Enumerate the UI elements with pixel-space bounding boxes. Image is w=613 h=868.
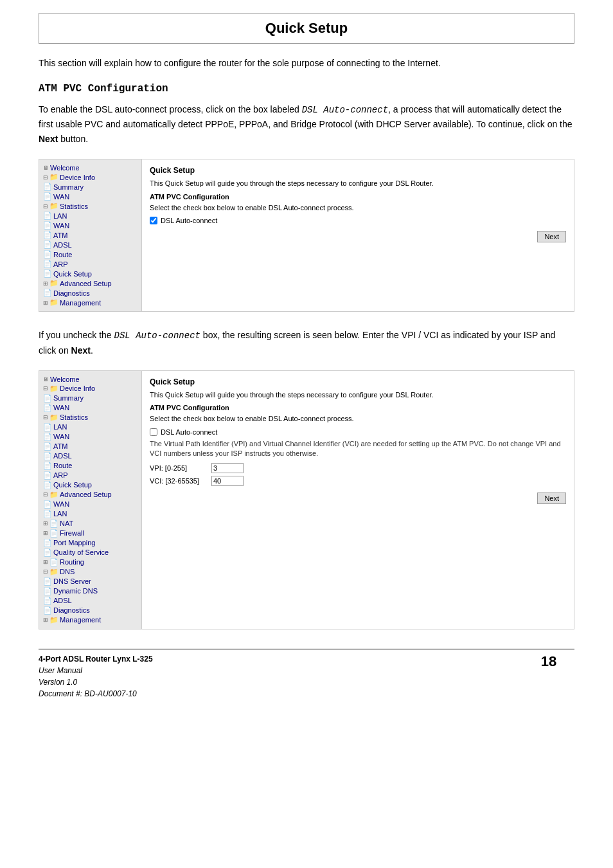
sidebar-item-wan[interactable]: 📄 WAN (43, 192, 138, 201)
sidebar2-item-summary[interactable]: 📄 Summary (43, 393, 138, 403)
sidebar-label: WAN (53, 500, 69, 508)
doc-icon: 📄 (43, 269, 52, 278)
sidebar-label: Quality of Service (53, 548, 109, 556)
sidebar2-item-wan2[interactable]: 📄 WAN (43, 432, 138, 442)
sidebar-tree-1: 🖥 Welcome ⊟ 📁 Device Info 📄 Summary (43, 163, 138, 307)
dsl-autoconnect-checkbox-row-2[interactable]: DSL Auto-connect (150, 428, 566, 436)
body-paragraph-1: To enable the DSL auto-connect process, … (39, 102, 574, 146)
sidebar-label: Management (60, 616, 101, 624)
ui-content-1: Quick Setup This Quick Setup will guide … (142, 159, 574, 311)
sidebar2-item-dns-server[interactable]: 📄 DNS Server (43, 577, 138, 586)
sidebar2-item-lan2[interactable]: 📄 LAN (43, 509, 138, 519)
sidebar2-item-dynamic-dns[interactable]: 📄 Dynamic DNS (43, 586, 138, 596)
doc-icon: 📄 (43, 433, 52, 441)
sidebar-item-lan[interactable]: 📄 LAN (43, 211, 138, 221)
sidebar-label: Routing (60, 558, 84, 566)
plus-icon: ⊞ (43, 280, 48, 287)
folder-icon: 📁 (49, 173, 58, 181)
sidebar-item-welcome[interactable]: 🖥 Welcome (43, 163, 138, 172)
dsl-autoconnect-checkbox[interactable] (150, 217, 157, 224)
sidebar-label: ARP (53, 471, 68, 479)
second-para-3: . (91, 345, 93, 356)
sidebar-item-summary[interactable]: 📄 Summary (43, 182, 138, 192)
sidebar-item-adsl[interactable]: 📄 ADSL (43, 240, 138, 249)
doc-icon: 📄 (43, 500, 52, 509)
sidebar-item-arp[interactable]: 📄 ARP (43, 259, 138, 269)
sidebar2-item-adsl[interactable]: 📄 ADSL (43, 451, 138, 461)
sidebar2-item-portmapping[interactable]: 📄 Port Mapping (43, 538, 138, 548)
dsl-autoconnect-label: DSL Auto-connect (161, 217, 217, 224)
folder-icon: 📁 (49, 298, 58, 307)
vpi-input[interactable] (211, 463, 244, 473)
sidebar-item-route[interactable]: 📄 Route (43, 249, 138, 259)
vpi-vci-note: The Virtual Path Identifier (VPI) and Vi… (150, 439, 566, 459)
dsl-autoconnect-label-2: DSL Auto-connect (161, 428, 217, 436)
sidebar2-item-management[interactable]: ⊞ 📁 Management (43, 615, 138, 625)
sidebar2-item-routing[interactable]: ⊞ 📄 Routing (43, 557, 138, 567)
sidebar-label: WAN (53, 222, 69, 230)
next-term-2: Next (71, 345, 91, 356)
doc-icon: 📄 (43, 289, 52, 297)
sidebar-item-advancedsetup[interactable]: ⊞ 📁 Advanced Setup (43, 278, 138, 288)
ui1-content-desc: This Quick Setup will guide you through … (150, 179, 566, 188)
sidebar-label: Welcome (50, 375, 80, 383)
sidebar-item-quicksetup[interactable]: 📄 Quick Setup (43, 269, 138, 278)
sidebar2-item-wan3[interactable]: 📄 WAN (43, 500, 138, 509)
sidebar-label: Quick Setup (53, 270, 92, 278)
sidebar-label: NAT (60, 520, 73, 527)
sidebar-item-diagnostics[interactable]: 📄 Diagnostics (43, 288, 138, 298)
vci-input-row: VCI: [32-65535] (150, 476, 566, 486)
dsl-autoconnect-checkbox-2[interactable] (150, 428, 157, 436)
ui1-content-title: Quick Setup (150, 166, 566, 175)
sidebar2-item-atm[interactable]: 📄 ATM (43, 442, 138, 451)
sidebar-label: Diagnostics (53, 289, 90, 297)
sidebar-item-management[interactable]: ⊞ 📁 Management (43, 298, 138, 307)
sidebar-label: ADSL (53, 241, 72, 249)
sidebar-1: 🖥 Welcome ⊟ 📁 Device Info 📄 Summary (39, 159, 142, 311)
doc-icon: 📄 (43, 452, 52, 460)
doc-icon: 📄 (43, 183, 52, 191)
next-button-row-2: Next (150, 493, 566, 504)
sidebar-label: Management (60, 299, 101, 307)
sidebar2-item-welcome[interactable]: 🖥 Welcome (43, 375, 138, 384)
sidebar2-item-lan[interactable]: 📄 LAN (43, 422, 138, 432)
plus-icon: ⊞ (43, 530, 48, 536)
page-title: Quick Setup (52, 20, 561, 37)
sidebar2-item-statistics[interactable]: ⊟ 📁 Statistics (43, 413, 138, 422)
sidebar-label: Quick Setup (53, 481, 92, 489)
doc-icon: 📄 (43, 192, 52, 201)
folder-icon: 📁 (49, 279, 58, 287)
footer-document: Document #: BD-AU0007-10 (39, 688, 153, 700)
sidebar2-item-dns[interactable]: ⊟ 📁 DNS (43, 567, 138, 577)
sidebar-2: 🖥 Welcome ⊟ 📁 Device Info 📄 Summary (39, 371, 142, 629)
sidebar2-item-device-info[interactable]: ⊟ 📁 Device Info (43, 384, 138, 393)
sidebar2-item-quicksetup[interactable]: 📄 Quick Setup (43, 480, 138, 490)
sidebar2-item-diagnostics[interactable]: 📄 Diagnostics (43, 606, 138, 615)
body-paragraph-2: If you uncheck the DSL Auto-connect box,… (39, 328, 574, 357)
next-button-2[interactable]: Next (537, 493, 566, 504)
sidebar-label: LAN (53, 510, 67, 518)
sidebar-label: WAN (53, 433, 69, 440)
doc-icon: 📄 (43, 260, 52, 268)
dsl-autoconnect-checkbox-row[interactable]: DSL Auto-connect (150, 217, 566, 224)
vci-label: VCI: [32-65535] (150, 477, 208, 485)
sidebar2-item-qos[interactable]: 📄 Quality of Service (43, 548, 138, 557)
sidebar2-item-advancedsetup[interactable]: ⊟ 📁 Advanced Setup (43, 490, 138, 500)
minus-icon: ⊟ (43, 568, 48, 575)
sidebar2-item-wan[interactable]: 📄 WAN (43, 403, 138, 413)
sidebar2-item-nat[interactable]: ⊞ 📄 NAT (43, 519, 138, 529)
next-button-1[interactable]: Next (537, 231, 566, 242)
sidebar2-item-route[interactable]: 📄 Route (43, 461, 138, 471)
sidebar2-item-arp[interactable]: 📄 ARP (43, 471, 138, 480)
vci-input[interactable] (211, 476, 244, 486)
sidebar-label: ADSL (53, 452, 72, 460)
sidebar-item-statistics[interactable]: ⊟ 📁 Statistics (43, 201, 138, 211)
doc-icon: 📄 (43, 221, 52, 230)
sidebar-label: Summary (53, 183, 84, 191)
ui2-content-title: Quick Setup (150, 377, 566, 386)
sidebar2-item-firewall[interactable]: ⊞ 📄 Firewall (43, 529, 138, 538)
sidebar-item-atm[interactable]: 📄 ATM (43, 230, 138, 240)
sidebar2-item-adsl2[interactable]: 📄 ADSL (43, 596, 138, 606)
sidebar-item-device-info[interactable]: ⊟ 📁 Device Info (43, 172, 138, 182)
sidebar-item-wan2[interactable]: 📄 WAN (43, 221, 138, 230)
